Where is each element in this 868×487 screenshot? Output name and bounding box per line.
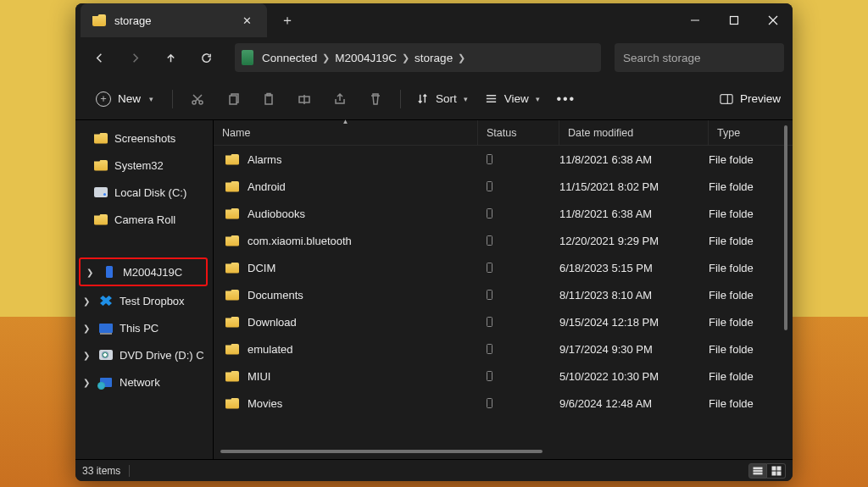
file-name: DCIM	[248, 262, 275, 274]
minimize-button[interactable]	[676, 3, 715, 37]
delete-button[interactable]	[361, 85, 390, 113]
v-scrollbar[interactable]	[782, 124, 789, 444]
svg-rect-1	[731, 17, 738, 25]
details-view-button[interactable]	[748, 463, 767, 479]
table-row[interactable]: Alarms11/8/2021 6:38 AMFile folde	[214, 146, 793, 173]
sort-button[interactable]: Sort ▾	[411, 89, 473, 108]
new-tab-button[interactable]: ＋	[272, 8, 303, 33]
folder-icon	[94, 160, 108, 171]
maximize-button[interactable]	[715, 3, 754, 37]
search-input[interactable]	[623, 52, 776, 64]
folder-icon	[225, 344, 239, 355]
more-button[interactable]: •••	[552, 85, 581, 113]
sidebar-item-local-disk[interactable]: Local Disk (C:)	[77, 180, 209, 205]
phone-icon	[487, 208, 492, 219]
sidebar-item-this-pc[interactable]: ❯ This PC	[77, 315, 209, 340]
file-name: Movies	[248, 397, 282, 410]
file-date: 9/15/2024 12:18 PM	[559, 316, 709, 329]
breadcrumb[interactable]: Connected ❯ M2004J19C ❯ storage ❯	[235, 43, 601, 72]
file-type: File folde	[709, 370, 793, 383]
crumb-0[interactable]: Connected	[262, 52, 317, 64]
network-icon	[100, 378, 112, 387]
table-row[interactable]: Android11/15/2021 8:02 PMFile folde	[214, 173, 793, 200]
table-row[interactable]: DCIM6/18/2023 5:15 PMFile folde	[214, 254, 793, 281]
refresh-button[interactable]	[191, 42, 221, 73]
chevron-right-icon: ❯	[458, 53, 465, 64]
paste-button[interactable]	[254, 85, 283, 113]
phone-icon	[487, 263, 492, 273]
file-explorer-window: storage ✕ ＋ Connected ❯ M2004J19C ❯ stor…	[75, 3, 793, 481]
sort-label: Sort	[436, 92, 457, 105]
file-date: 9/6/2024 12:48 AM	[559, 397, 709, 410]
table-row[interactable]: com.xiaomi.bluetooth12/20/2021 9:29 PMFi…	[214, 227, 793, 254]
nav-row: Connected ❯ M2004J19C ❯ storage ❯	[75, 37, 793, 78]
sidebar-item-dropbox[interactable]: ❯ Test Dropbox	[77, 288, 209, 313]
file-type: File folde	[709, 235, 793, 247]
phone-icon	[487, 398, 492, 408]
sidebar: Screenshots System32 Local Disk (C:) Cam…	[75, 120, 213, 459]
back-button[interactable]	[84, 42, 114, 73]
close-window-button[interactable]	[754, 3, 793, 37]
svg-rect-15	[754, 468, 762, 469]
svg-rect-19	[777, 467, 781, 470]
file-date: 11/15/2021 8:02 PM	[559, 180, 709, 193]
svg-rect-17	[754, 473, 762, 474]
sidebar-item-dvd[interactable]: ❯ DVD Drive (D:) C	[77, 342, 209, 368]
forward-button[interactable]	[120, 42, 150, 73]
new-label: New	[118, 92, 141, 105]
table-row[interactable]: Documents8/11/2023 8:10 AMFile folde	[214, 281, 793, 308]
file-type: File folde	[709, 316, 793, 329]
folder-icon	[94, 133, 108, 144]
table-row[interactable]: MIUI5/10/2022 10:30 PMFile folde	[214, 362, 793, 390]
svg-point-4	[192, 101, 196, 104]
col-type[interactable]: Type	[709, 120, 793, 145]
table-row[interactable]: Audiobooks11/8/2021 6:38 AMFile folde	[214, 200, 793, 227]
crumb-2[interactable]: storage	[415, 52, 453, 64]
sidebar-item-camera-roll[interactable]: Camera Roll	[77, 207, 209, 232]
sidebar-item-system32[interactable]: System32	[77, 152, 209, 178]
crumb-1[interactable]: M2004J19C	[335, 52, 397, 64]
table-row[interactable]: Download9/15/2024 12:18 PMFile folde	[214, 308, 793, 335]
copy-button[interactable]	[219, 85, 248, 113]
new-button[interactable]: ＋ New ▾	[87, 87, 162, 111]
file-date: 9/17/2024 9:30 PM	[559, 343, 709, 356]
folder-icon	[225, 208, 239, 219]
chevron-right-icon: ❯	[322, 53, 330, 64]
file-type: File folde	[709, 208, 793, 220]
body: Screenshots System32 Local Disk (C:) Cam…	[75, 120, 793, 459]
drive-icon	[94, 187, 108, 197]
col-status[interactable]: Status	[478, 120, 559, 145]
folder-icon	[225, 181, 239, 192]
phone-icon	[487, 371, 492, 381]
preview-toggle[interactable]: Preview	[720, 92, 781, 105]
share-button[interactable]	[326, 85, 354, 113]
chevron-right-icon: ❯	[81, 378, 92, 387]
file-type: File folde	[709, 180, 793, 193]
table-row[interactable]: Movies9/6/2024 12:48 AMFile folde	[214, 390, 793, 417]
view-button[interactable]: View ▾	[480, 89, 545, 108]
up-button[interactable]	[155, 42, 186, 73]
tab-title: storage	[114, 14, 229, 27]
titlebar: storage ✕ ＋	[75, 3, 793, 37]
sidebar-item-network[interactable]: ❯ Network	[77, 369, 209, 395]
h-scrollbar[interactable]	[220, 447, 776, 456]
thumbnails-view-button[interactable]	[767, 463, 786, 479]
close-icon[interactable]: ✕	[237, 11, 257, 30]
file-type: File folde	[709, 153, 793, 166]
col-name[interactable]: ▲ Name	[214, 120, 478, 145]
table-row[interactable]: emulated9/17/2024 9:30 PMFile folde	[214, 335, 793, 362]
chevron-down-icon: ▾	[464, 95, 468, 103]
file-name: Alarms	[248, 153, 281, 166]
file-name: Documents	[248, 289, 303, 302]
preview-label: Preview	[740, 92, 781, 105]
cut-button[interactable]	[183, 85, 212, 113]
dropbox-icon	[100, 296, 112, 306]
sidebar-item-m2004j19c[interactable]: ❯ M2004J19C	[81, 259, 206, 285]
sidebar-item-screenshots[interactable]: Screenshots	[77, 125, 209, 151]
tab-storage[interactable]: storage ✕	[81, 3, 267, 37]
folder-icon	[225, 263, 239, 274]
device-icon	[242, 50, 253, 65]
search-box[interactable]	[615, 43, 784, 72]
col-date[interactable]: Date modified	[559, 120, 709, 145]
rename-button[interactable]	[290, 85, 319, 113]
